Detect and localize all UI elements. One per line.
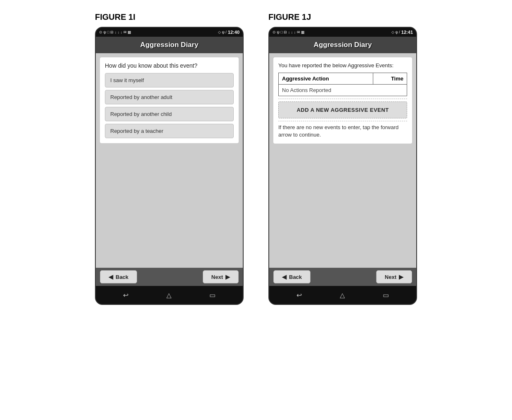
connectivity-icons: ◇ ψ / [218,30,227,34]
col-time-header: Time [373,73,407,85]
back-arrow-icon-1j: ◀ [282,274,287,280]
back-button-1i[interactable]: ◀ Back [100,270,137,283]
question-card-1i: How did you know about this event? I saw… [100,57,239,143]
home-android-icon: △ [166,291,171,299]
status-icons-1i: ⊙ ψ □ ⊟ ↓ ↓ ↓ ✉ ▦ [99,30,131,34]
home-android-icon-1j: △ [340,291,345,299]
back-label-1i: Back [116,274,128,280]
phone-1i: ⊙ ψ □ ⊟ ↓ ↓ ↓ ✉ ▦ ◇ ψ / 12:40 Aggression… [95,27,244,305]
option-another-child[interactable]: Reported by another child [105,107,234,121]
question-text-1i: How did you know about this event? [105,62,234,69]
notification-icons-1j: ⊙ ψ □ ⊟ ↓ ↓ ↓ ✉ ▦ [273,30,305,34]
next-button-1i[interactable]: Next ▶ [203,270,239,283]
signal-icons-1i: ◇ ψ / 12:40 [218,30,239,35]
hint-text-1j: If there are no new events to enter, tap… [278,124,407,139]
back-label-1j: Back [289,274,302,280]
status-icons-1j: ⊙ ψ □ ⊟ ↓ ↓ ↓ ✉ ▦ [273,30,305,34]
signal-icons-1j: ◇ ψ / 12:41 [391,30,413,35]
next-arrow-icon-1j: ▶ [399,274,403,280]
notification-icons: ⊙ ψ □ ⊟ ↓ ↓ ↓ ✉ ▦ [99,30,131,34]
back-android-icon-1j: ↩ [296,291,302,299]
table-row-no-data: No Actions Reported [279,85,407,96]
android-bar-1i: ↩ △ ▭ [96,286,243,304]
option-teacher[interactable]: Reported by a teacher [105,124,234,138]
figure-1j-title: FIGURE 1J [268,12,311,22]
divider-1 [278,99,407,99]
phone-content-1i: How did you know about this event? I saw… [96,53,243,268]
divider-2 [278,121,407,121]
phone-content-1j: You have reported the below Aggressive E… [269,53,416,268]
option-another-adult[interactable]: Reported by another adult [105,90,234,104]
nav-bar-1i: ◀ Back Next ▶ [96,268,243,286]
app-title-1i: Aggression Diary [100,41,239,49]
recents-android-icon: ▭ [209,291,216,299]
figure-1j: FIGURE 1J ⊙ ψ □ ⊟ ↓ ↓ ↓ ✉ ▦ ◇ ψ / 12:41 … [268,12,417,305]
back-arrow-icon: ◀ [109,274,113,280]
nav-bar-1j: ◀ Back Next ▶ [269,268,416,286]
report-card-1j: You have reported the below Aggressive E… [273,57,412,144]
report-text-1j: You have reported the below Aggressive E… [278,62,407,68]
status-bar-1j: ⊙ ψ □ ⊟ ↓ ↓ ↓ ✉ ▦ ◇ ψ / 12:41 [269,28,416,37]
option-saw-myself[interactable]: I saw it myself [105,73,234,87]
figure-1i: FIGURE 1I ⊙ ψ □ ⊟ ↓ ↓ ↓ ✉ ▦ ◇ ψ / 12:40 … [95,12,244,305]
recents-android-icon-1j: ▭ [383,291,389,299]
next-label-1j: Next [385,274,396,280]
next-button-1j[interactable]: Next ▶ [376,270,412,283]
phone-1j: ⊙ ψ □ ⊟ ↓ ↓ ↓ ✉ ▦ ◇ ψ / 12:41 Aggression… [268,27,417,305]
no-actions-cell: No Actions Reported [279,85,407,96]
app-title-1j: Aggression Diary [273,41,412,49]
next-label-1i: Next [211,274,223,280]
empty-space-1j [273,147,412,264]
status-bar-1i: ⊙ ψ □ ⊟ ↓ ↓ ↓ ✉ ▦ ◇ ψ / 12:40 [96,28,243,37]
figure-1i-title: FIGURE 1I [95,12,135,22]
connectivity-icons-1j: ◇ ψ / [391,30,400,34]
app-header-1i: Aggression Diary [96,37,243,53]
col-action-header: Aggressive Action [279,73,373,85]
back-android-icon: ↩ [123,291,128,299]
app-header-1j: Aggression Diary [269,37,416,53]
android-bar-1j: ↩ △ ▭ [269,286,416,304]
status-time-1j: 12:41 [401,30,413,35]
status-time-1i: 12:40 [228,30,239,35]
empty-space-1i [100,146,239,264]
events-table: Aggressive Action Time No Actions Report… [278,73,407,96]
next-arrow-icon: ▶ [225,274,230,280]
back-button-1j[interactable]: ◀ Back [273,270,311,283]
add-event-button[interactable]: ADD A NEW AGGRESSIVE EVENT [278,101,407,118]
